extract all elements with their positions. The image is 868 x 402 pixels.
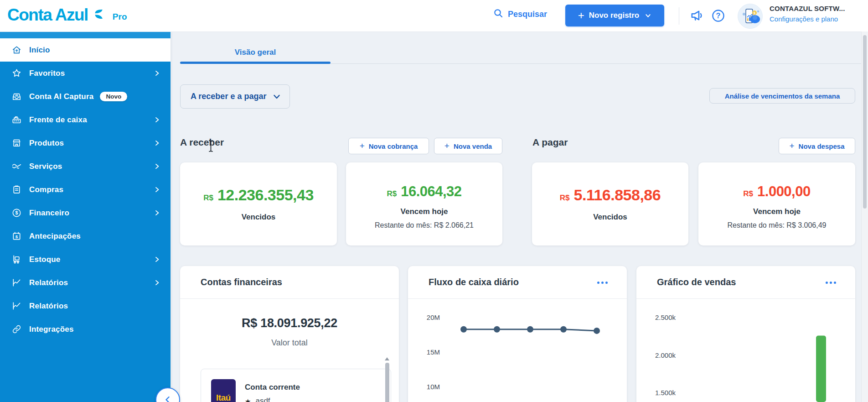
link-icon [11, 324, 22, 335]
new-record-button[interactable]: + Novo registro [565, 5, 664, 26]
sales-bar-chart [636, 299, 855, 402]
company-name: CONTAAZUL SOFTW... [770, 5, 845, 12]
sidebar-item-produtos[interactable]: Produtos [0, 131, 170, 155]
widget-divider [180, 298, 399, 299]
line-data-point[interactable] [594, 328, 600, 334]
page-scrollbar[interactable] [861, 31, 868, 402]
svg-text:$: $ [15, 210, 18, 215]
sidebar-item-label: Antecipações [29, 232, 81, 241]
announcements-megaphone-icon[interactable] [689, 8, 704, 25]
sidebar-item-compras[interactable]: Compras [0, 178, 170, 201]
line-data-point[interactable] [460, 326, 467, 333]
account-name-row: ★ asdf [245, 397, 270, 402]
accounts-total-label: Valor total [180, 338, 399, 348]
currency-prefix: R$ [387, 189, 397, 198]
chart-line-icon [11, 301, 22, 312]
sidebar-item-estoque[interactable]: Estoque [0, 248, 170, 271]
widget-menu-dots-icon[interactable] [595, 280, 610, 286]
storefront-icon [11, 138, 22, 149]
inbox-capture-icon [11, 91, 22, 102]
chevron-left-icon [163, 395, 172, 402]
tab-visao-geral[interactable]: Visão geral [230, 48, 280, 57]
brand-name: Conta Azul [7, 5, 88, 26]
sidebar-item-label: Frente de caixa [29, 115, 87, 125]
currency-prefix: R$ [560, 193, 570, 203]
accounts-scrollbar[interactable] [384, 357, 390, 402]
brand-plan: Pro [113, 12, 127, 22]
amount-label: Vencidos [180, 213, 337, 222]
search-label: Pesquisar [508, 10, 547, 19]
widget-menu-dots-icon[interactable] [824, 280, 838, 286]
sidebar-item-label: Serviços [29, 162, 62, 171]
sidebar-item-conta-ai-captura[interactable]: Conta AI Captura Novo [0, 85, 170, 108]
sidebar-item-inicio[interactable]: Início [0, 38, 170, 62]
payables-overdue-card[interactable]: R$ 5.116.858,86 Vencidos [532, 162, 688, 245]
hand-truck-icon [11, 254, 22, 265]
currency-prefix: R$ [203, 193, 213, 203]
new-charge-button[interactable]: + Nova cobrança [348, 138, 429, 154]
line-data-point[interactable] [560, 326, 567, 333]
line-data-point[interactable] [494, 326, 500, 333]
amount-label: Vencem hoje [346, 207, 502, 216]
line-data-point[interactable] [527, 326, 533, 333]
sidebar-item-frente-de-caixa[interactable]: Frente de caixa [0, 108, 170, 131]
help-icon[interactable]: ? [711, 9, 725, 25]
chevron-right-icon [154, 70, 160, 77]
sales-chart-widget: Gráfico de vendas 2.500k2.000k1.500k [636, 266, 855, 402]
svg-text:$: $ [754, 11, 755, 15]
weekly-due-analysis-button[interactable]: Análise de vencimentos da semana [709, 88, 855, 104]
svg-text:$: $ [15, 234, 18, 239]
widget-title: Fluxo de caixa diário [429, 277, 519, 287]
chart-line-icon [11, 277, 22, 288]
brand-leaf-icon [92, 8, 108, 22]
sidebar-item-favoritos[interactable]: Favoritos [0, 62, 170, 85]
header-divider [679, 7, 679, 25]
sidebar-top-strip [0, 31, 170, 38]
receivables-due-today-card[interactable]: R$ 16.064,32 Vencem hoje Restante do mês… [346, 162, 502, 245]
daily-cashflow-widget: Fluxo de caixa diário 20M15M10M [408, 266, 627, 402]
chevron-right-icon [154, 140, 160, 146]
sidebar-item-servicos[interactable]: Serviços [0, 155, 170, 178]
receivables-overdue-card[interactable]: R$ 12.236.355,43 Vencidos [180, 162, 337, 245]
brand-logo[interactable]: Conta Azul Pro [7, 5, 127, 26]
settings-plan-link[interactable]: Configurações e plano [770, 15, 845, 23]
account-list-item[interactable]: Itaú Conta corrente ★ asdf [201, 369, 391, 402]
sidebar-item-label: Relatórios [29, 302, 68, 311]
search-icon [493, 8, 503, 20]
cash-register-icon [11, 115, 22, 125]
star-icon [11, 68, 22, 79]
accounts-total-value: R$ 18.091.925,22 [180, 316, 399, 330]
favorite-star-icon: ★ [245, 398, 251, 402]
company-avatar[interactable]: $ [738, 4, 763, 29]
sidebar-item-relatorios[interactable]: Relatórios [0, 271, 170, 294]
new-expense-button[interactable]: + Nova despesa [779, 138, 855, 154]
amount-value: 1.000,00 [757, 183, 811, 200]
sidebar-item-label: Relatórios [29, 278, 68, 287]
chevron-down-icon [645, 12, 651, 19]
search-button[interactable]: Pesquisar [493, 8, 547, 20]
sidebar-item-antecipacoes[interactable]: $ Antecipações [0, 224, 170, 248]
cashflow-line-chart [408, 299, 627, 402]
svg-text:?: ? [716, 11, 721, 20]
sidebar-item-financeiro[interactable]: $ Financeiro [0, 201, 170, 224]
chevron-right-icon [154, 256, 160, 263]
new-sale-button[interactable]: + Nova venda [434, 138, 502, 154]
bar-data-point[interactable] [816, 336, 826, 402]
sidebar-item-label: Integrações [29, 325, 74, 334]
amount-value: 12.236.355,43 [217, 186, 314, 204]
payables-due-today-card[interactable]: R$ 1.000,00 Vencem hoje Restante do mês:… [698, 162, 855, 245]
sidebar-item-integracoes[interactable]: Integrações [0, 318, 170, 341]
chevron-right-icon [154, 163, 160, 170]
chevron-right-icon [154, 209, 160, 216]
amount-sublabel: Restante do mês: R$ 2.066,21 [346, 221, 502, 230]
sidebar: Início Favoritos Conta AI Captura Novo F… [0, 31, 170, 402]
amount-row: R$ 16.064,32 [346, 183, 502, 200]
itau-logo-text: Itaú [216, 393, 231, 402]
chevron-right-icon [154, 279, 160, 286]
sidebar-item-relatorios-2[interactable]: Relatórios [0, 294, 170, 318]
dollar-circle-icon: $ [11, 208, 22, 219]
widget-title: Contas financeiras [201, 277, 282, 287]
itau-bank-logo: Itaú [211, 379, 236, 402]
scrollbar-thumb [385, 363, 389, 402]
scope-dropdown[interactable]: A receber e a pagar [180, 84, 290, 109]
